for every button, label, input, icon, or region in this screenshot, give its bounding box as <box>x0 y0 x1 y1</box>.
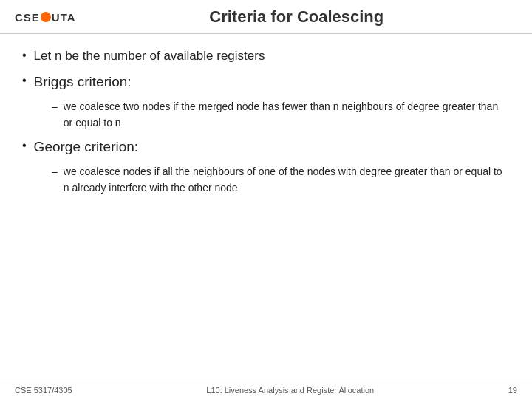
slide: CSE UTA Criteria for Coalescing • Let n … <box>0 0 532 399</box>
george-sub-item: – we coalesce nodes if all the neighbour… <box>52 164 510 196</box>
bullet-dot-3: • <box>22 137 27 154</box>
george-sub-text: we coalesce nodes if all the neighbours … <box>64 164 510 196</box>
footer-course-code: CSE 5317/4305 <box>15 386 72 395</box>
footer-page-number: 19 <box>508 386 517 395</box>
bullet-dot-1: • <box>22 47 27 64</box>
bullet-item-2: • Briggs criterion: <box>22 72 510 92</box>
bullet-item-3: • George criterion: <box>22 137 510 157</box>
bullet-item-1: • Let n be the number of available regis… <box>22 47 510 65</box>
sub-dash-1: – <box>52 99 58 115</box>
logo-cse-text: CSE <box>15 11 40 24</box>
footer-lecture-title: L10: Liveness Analysis and Register Allo… <box>206 386 374 395</box>
logo-circle-icon <box>41 12 51 22</box>
briggs-sub-item: – we coalesce two nodes if the merged no… <box>52 99 510 131</box>
footer: CSE 5317/4305 L10: Liveness Analysis and… <box>0 381 532 399</box>
briggs-sub-text: we coalesce two nodes if the merged node… <box>64 99 510 131</box>
slide-content: • Let n be the number of available regis… <box>0 34 532 381</box>
bullet-dot-2: • <box>22 72 27 89</box>
slide-title: Criteria for Coalescing <box>76 7 517 27</box>
bullet-text-3: George criterion: <box>34 137 139 157</box>
logo: CSE UTA <box>15 11 76 24</box>
bullet-text-2: Briggs criterion: <box>34 72 132 92</box>
logo-uta-text: UTA <box>52 11 76 24</box>
sub-dash-2: – <box>52 164 58 180</box>
header: CSE UTA Criteria for Coalescing <box>0 0 532 34</box>
bullet-text-1: Let n be the number of available registe… <box>34 47 265 65</box>
